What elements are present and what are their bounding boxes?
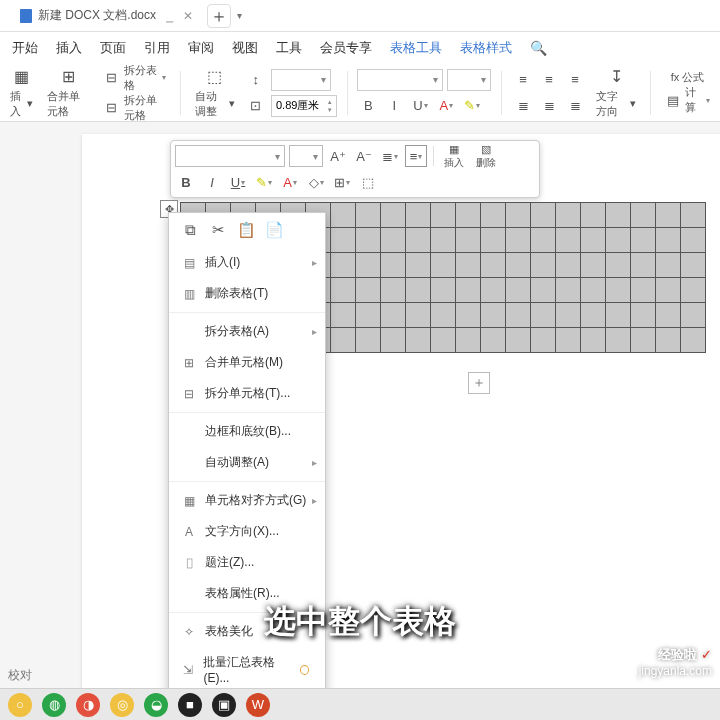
align-br-button[interactable]: ≣ [564, 95, 586, 117]
context-menu-item[interactable]: ⇲批量汇总表格(E)... [169, 647, 325, 692]
menu-item-label: 边框和底纹(B)... [205, 423, 291, 440]
submenu-arrow-icon: ▸ [312, 457, 317, 468]
new-tab-button[interactable]: ＋ [207, 4, 231, 28]
tab-close-icon[interactable]: ✕ [183, 9, 193, 23]
context-menu-item[interactable]: A文字方向(X)... [169, 516, 325, 547]
list-button[interactable]: ≣ [379, 145, 401, 167]
mini-bold-button[interactable]: B [175, 171, 197, 193]
taskbar-app-icon[interactable]: ▣ [212, 693, 236, 717]
submenu-arrow-icon: ▸ [312, 495, 317, 506]
taskbar: ○◍◑◎◒■▣W [0, 688, 720, 720]
calc-button[interactable]: ▤计算▾ [665, 85, 710, 115]
row-height-icon: ↕ [245, 69, 267, 91]
menu-item-label: 插入(I) [205, 254, 240, 271]
menu-item-icon: ▥ [181, 287, 197, 301]
align-bl-button[interactable]: ≣ [512, 95, 534, 117]
font-select[interactable]: ▾ [357, 69, 443, 91]
taskbar-app-icon[interactable]: ○ [8, 693, 32, 717]
align-button[interactable]: ≡ [405, 145, 427, 167]
formula-button[interactable]: fx 公式 [671, 70, 705, 85]
submenu-arrow-icon: ▸ [312, 257, 317, 268]
taskbar-app-icon[interactable]: W [246, 693, 270, 717]
mini-size-select[interactable]: ▾ [289, 145, 323, 167]
size-select[interactable]: ▾ [447, 69, 491, 91]
decrease-font-icon[interactable]: A⁻ [353, 145, 375, 167]
mini-select-button[interactable]: ⬚ [357, 171, 379, 193]
context-menu-item[interactable]: 拆分表格(A)▸ [169, 316, 325, 347]
tab-overflow-icon[interactable]: ▾ [237, 10, 242, 21]
menu-tab-table-style[interactable]: 表格样式 [460, 39, 512, 57]
highlight-button[interactable]: ✎ [461, 95, 483, 117]
increase-font-icon[interactable]: A⁺ [327, 145, 349, 167]
menu-tab[interactable]: 审阅 [188, 39, 214, 57]
height-input[interactable] [272, 100, 324, 112]
menu-item-label: 自动调整(A) [205, 454, 269, 471]
insert-group[interactable]: ▦ 插入▾ [6, 67, 37, 119]
menu-tab[interactable]: 视图 [232, 39, 258, 57]
tab-pin-icon[interactable]: ⎯ [166, 9, 173, 23]
height-spinner[interactable]: ▲▼ [271, 95, 337, 117]
context-menu-item[interactable]: ⌷题注(Z)... [169, 547, 325, 578]
autofit-group[interactable]: ⬚ 自动调整▾ [191, 67, 239, 119]
context-menu-item[interactable]: 边框和底纹(B)... [169, 416, 325, 447]
document-tab[interactable]: 新建 DOCX 文档.docx ⎯ ✕ [12, 3, 201, 28]
context-menu-item[interactable]: ⊟拆分单元格(T)... [169, 378, 325, 409]
menu-tab[interactable]: 会员专享 [320, 39, 372, 57]
context-menu-item[interactable]: ▤插入(I)▸ [169, 247, 325, 278]
mini-underline-button[interactable]: U [227, 171, 249, 193]
paste-special-icon[interactable]: 📄 [265, 221, 283, 239]
menu-item-label: 合并单元格(M) [205, 354, 283, 371]
ribbon: ▦ 插入▾ ⊞ 合并单元格 ⊟拆分表格▾ ⊟拆分单元格 ⬚ 自动调整▾ ↕ ▾ … [0, 64, 720, 122]
context-menu-item[interactable]: ▥删除表格(T) [169, 278, 325, 309]
menu-item-label: 批量汇总表格(E)... [203, 654, 291, 685]
text-direction-group[interactable]: ↧ 文字方向▾ [592, 67, 640, 119]
menu-item-label: 删除表格(T) [205, 285, 268, 302]
split-cell-button[interactable]: ⊟拆分单元格 [103, 93, 165, 123]
split-table-button[interactable]: ⊟拆分表格▾ [103, 63, 165, 93]
menu-item-icon: ⇲ [181, 663, 195, 677]
status-proof[interactable]: 校对 [4, 663, 36, 688]
align-bc-button[interactable]: ≣ [538, 95, 560, 117]
mini-highlight-button[interactable]: ✎ [253, 171, 275, 193]
mini-font-color-button[interactable]: A [279, 171, 301, 193]
font-color-button[interactable]: A [435, 95, 457, 117]
align-tl-button[interactable]: ≡ [512, 69, 534, 91]
menu-tab[interactable]: 页面 [100, 39, 126, 57]
taskbar-app-icon[interactable]: ◒ [144, 693, 168, 717]
menu-tab-table-tools[interactable]: 表格工具 [390, 39, 442, 57]
context-menu-item[interactable]: ▦单元格对齐方式(G)▸ [169, 485, 325, 516]
mini-delete-group[interactable]: ▧删除 [472, 143, 500, 170]
menu-tab[interactable]: 引用 [144, 39, 170, 57]
col-width-icon: ⊡ [245, 95, 267, 117]
menu-tabs: 开始 插入 页面 引用 审阅 视图 工具 会员专享 表格工具 表格样式 🔍 [0, 32, 720, 64]
context-menu-item[interactable]: 自动调整(A)▸ [169, 447, 325, 478]
menu-tab[interactable]: 插入 [56, 39, 82, 57]
search-icon[interactable]: 🔍 [530, 40, 547, 56]
taskbar-app-icon[interactable]: ◎ [110, 693, 134, 717]
caption-overlay: 选中整个表格 [264, 600, 456, 644]
mini-italic-button[interactable]: I [201, 171, 223, 193]
menu-tab[interactable]: 工具 [276, 39, 302, 57]
cut-icon[interactable]: ✂ [209, 221, 227, 239]
mini-font-select[interactable]: ▾ [175, 145, 285, 167]
mini-clear-format-button[interactable]: ◇ [305, 171, 327, 193]
context-menu-item[interactable]: ⊞合并单元格(M) [169, 347, 325, 378]
taskbar-app-icon[interactable]: ■ [178, 693, 202, 717]
align-tr-button[interactable]: ≡ [564, 69, 586, 91]
merge-cell-group[interactable]: ⊞ 合并单元格 [43, 67, 93, 119]
underline-button[interactable]: U [409, 95, 431, 117]
bold-button[interactable]: B [357, 95, 379, 117]
autofit-icon: ⬚ [205, 67, 225, 87]
mini-border-button[interactable]: ⊞ [331, 171, 353, 193]
title-tab-bar: 新建 DOCX 文档.docx ⎯ ✕ ＋ ▾ [0, 0, 720, 32]
paste-icon[interactable]: 📋 [237, 221, 255, 239]
align-tc-button[interactable]: ≡ [538, 69, 560, 91]
table-add-row-button[interactable]: ＋ [468, 372, 490, 394]
width-select[interactable]: ▾ [271, 69, 331, 91]
mini-insert-group[interactable]: ▦插入 [440, 143, 468, 170]
taskbar-app-icon[interactable]: ◑ [76, 693, 100, 717]
menu-tab[interactable]: 开始 [12, 39, 38, 57]
italic-button[interactable]: I [383, 95, 405, 117]
copy-icon[interactable]: ⧉ [181, 221, 199, 239]
taskbar-app-icon[interactable]: ◍ [42, 693, 66, 717]
